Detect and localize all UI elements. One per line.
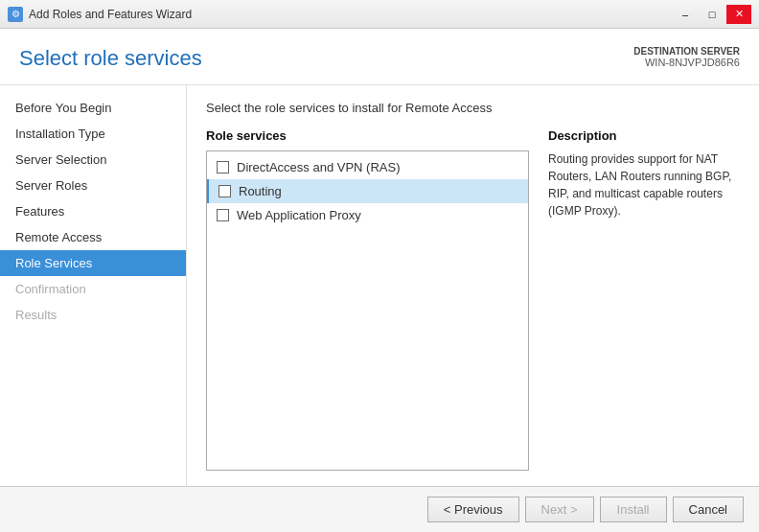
- instruction-text: Select the role services to install for …: [206, 101, 740, 115]
- close-button[interactable]: ✕: [726, 5, 751, 24]
- two-column-layout: Role services DirectAccess and VPN (RAS)…: [206, 128, 740, 471]
- role-services-box: DirectAccess and VPN (RAS) Routing Web A…: [206, 150, 529, 471]
- title-bar: ⚙ Add Roles and Features Wizard – □ ✕: [0, 0, 759, 29]
- service-label-web-app-proxy: Web Application Proxy: [237, 208, 361, 222]
- sidebar: Before You Begin Installation Type Serve…: [0, 85, 187, 486]
- page-title: Select role services: [19, 46, 202, 71]
- title-bar-controls: – □ ✕: [673, 5, 751, 24]
- install-button[interactable]: Install: [600, 497, 667, 522]
- checkbox-directaccess[interactable]: [217, 161, 229, 173]
- previous-button[interactable]: < Previous: [427, 497, 519, 522]
- content-area: Before You Begin Installation Type Serve…: [0, 85, 759, 486]
- sidebar-item-role-services[interactable]: Role Services: [0, 250, 186, 276]
- sidebar-item-server-selection[interactable]: Server Selection: [0, 147, 186, 173]
- sidebar-item-installation-type[interactable]: Installation Type: [0, 121, 186, 147]
- service-item-directaccess[interactable]: DirectAccess and VPN (RAS): [207, 155, 528, 179]
- service-label-routing: Routing: [239, 184, 282, 198]
- role-services-section: Role services DirectAccess and VPN (RAS)…: [206, 128, 529, 471]
- cancel-button[interactable]: Cancel: [673, 497, 744, 522]
- sidebar-item-remote-access[interactable]: Remote Access: [0, 224, 186, 250]
- destination-value: WIN-8NJVPJD86R6: [633, 57, 740, 68]
- app-icon: ⚙: [8, 7, 23, 22]
- sidebar-item-before-you-begin[interactable]: Before You Begin: [0, 95, 186, 121]
- footer: < Previous Next > Install Cancel: [0, 486, 759, 532]
- main-panel: Select the role services to install for …: [187, 85, 759, 486]
- next-button[interactable]: Next >: [525, 497, 594, 522]
- description-header: Description: [548, 128, 740, 143]
- minimize-button[interactable]: –: [673, 5, 698, 24]
- destination-label: DESTINATION SERVER: [633, 46, 740, 57]
- sidebar-item-results: Results: [0, 302, 186, 328]
- maximize-button[interactable]: □: [700, 5, 724, 24]
- checkbox-web-app-proxy[interactable]: [217, 209, 229, 221]
- destination-server: DESTINATION SERVER WIN-8NJVPJD86R6: [633, 46, 740, 68]
- description-section: Description Routing provides support for…: [548, 128, 740, 471]
- service-label-directaccess: DirectAccess and VPN (RAS): [237, 160, 401, 174]
- sidebar-item-server-roles[interactable]: Server Roles: [0, 173, 186, 198]
- title-bar-left: ⚙ Add Roles and Features Wizard: [8, 7, 192, 22]
- role-services-header: Role services: [206, 128, 529, 143]
- main-window: Select role services DESTINATION SERVER …: [0, 29, 759, 532]
- service-item-web-app-proxy[interactable]: Web Application Proxy: [207, 203, 528, 227]
- sidebar-item-features[interactable]: Features: [0, 198, 186, 224]
- header: Select role services DESTINATION SERVER …: [0, 29, 759, 85]
- checkbox-routing[interactable]: [218, 185, 231, 197]
- service-item-routing[interactable]: Routing: [207, 179, 528, 203]
- sidebar-item-confirmation: Confirmation: [0, 276, 186, 302]
- description-text: Routing provides support for NAT Routers…: [548, 150, 740, 220]
- title-bar-text: Add Roles and Features Wizard: [29, 8, 192, 21]
